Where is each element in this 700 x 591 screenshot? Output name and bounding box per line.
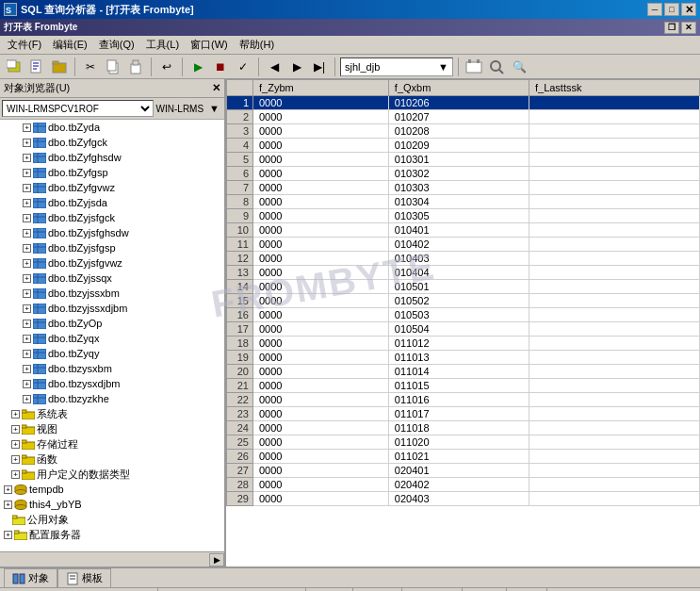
tree-item[interactable]: + dbo.tbzyzkhe <box>0 391 224 406</box>
menu-help[interactable]: 帮助(H) <box>234 36 280 54</box>
toolbar-copy-btn[interactable] <box>103 57 123 77</box>
toolbar-back-btn[interactable] <box>4 57 24 77</box>
tree-container[interactable]: + dbo.tbZyda+ dbo.tbZyfgck+ dbo.tbZyfghs… <box>0 120 224 551</box>
menu-tools[interactable]: 工具(L) <box>140 36 185 54</box>
expand-icon[interactable]: + <box>11 425 20 434</box>
menu-window[interactable]: 窗口(W) <box>185 36 234 54</box>
menu-file[interactable]: 文件(F) <box>2 36 47 54</box>
toolbar-cut-btn[interactable]: ✂ <box>80 57 101 77</box>
tree-item[interactable]: + dbo.tbZyjsfgsp <box>0 240 224 255</box>
toolbar-undo-btn[interactable]: ↩ <box>156 57 177 77</box>
tree-item[interactable]: + dbo.tbzyjssxdjbm <box>0 301 224 316</box>
table-row[interactable]: 140000010501 <box>227 280 700 294</box>
tree-item[interactable]: 公用对象 <box>0 512 224 527</box>
tree-item[interactable]: + this4_ybYB <box>0 497 224 512</box>
table-row[interactable]: 240000011018 <box>227 421 700 435</box>
table-row[interactable]: 200000011014 <box>227 365 700 379</box>
expand-icon[interactable]: + <box>4 485 12 494</box>
tree-item[interactable]: + dbo.tbzysxdjbm <box>0 376 224 391</box>
toolbar-exec-btn[interactable]: ▶ <box>187 57 208 77</box>
tree-item[interactable]: + dbo.tbZyfgck <box>0 135 224 150</box>
expand-icon[interactable]: + <box>23 184 31 192</box>
tab-template[interactable]: 模板 <box>57 568 111 587</box>
table-row[interactable]: 260000011021 <box>227 450 700 464</box>
object-browser-close-btn[interactable]: ✕ <box>212 82 220 94</box>
expand-icon[interactable]: + <box>23 289 31 298</box>
tree-item[interactable]: + 函数 <box>0 451 224 467</box>
inner-close-button[interactable]: ✕ <box>681 22 696 34</box>
minimize-button[interactable]: ─ <box>647 3 662 16</box>
table-row[interactable]: 40000010209 <box>227 139 700 153</box>
expand-icon[interactable]: + <box>23 380 31 388</box>
expand-icon[interactable]: + <box>11 455 20 464</box>
expand-icon[interactable]: + <box>4 501 12 509</box>
table-row[interactable]: 150000010502 <box>227 294 700 308</box>
tree-hscroll[interactable]: ▶ <box>0 551 224 566</box>
table-row[interactable]: 20000010207 <box>227 110 700 124</box>
expand-icon[interactable]: + <box>23 214 31 222</box>
toolbar-zoom-btn[interactable]: 🔍 <box>509 57 529 77</box>
expand-icon[interactable]: + <box>11 440 20 449</box>
table-row[interactable]: 190000011013 <box>227 351 700 365</box>
expand-icon[interactable]: + <box>23 350 31 358</box>
table-row[interactable]: 120000010403 <box>227 252 700 266</box>
tree-item[interactable]: + dbo.tbZyda <box>0 120 224 135</box>
tree-item[interactable]: + dbo.tbZyqy <box>0 346 224 361</box>
tree-item[interactable]: + dbo.tbZyjsfgck <box>0 210 224 225</box>
expand-icon[interactable]: + <box>23 154 31 162</box>
table-row[interactable]: 250000011020 <box>227 435 700 450</box>
tree-item[interactable]: + dbo.tbzyjssxbm <box>0 286 224 301</box>
toolbar-settings-btn[interactable] <box>464 57 484 77</box>
tree-item[interactable]: + dbo.tbZyjssqx <box>0 271 224 286</box>
menu-edit[interactable]: 编辑(E) <box>47 36 93 54</box>
toolbar-open-btn[interactable] <box>49 57 70 77</box>
expand-icon[interactable]: + <box>11 470 20 479</box>
table-row[interactable]: 230000011017 <box>227 407 700 421</box>
table-row[interactable]: 210000011015 <box>227 379 700 393</box>
tree-item[interactable]: + 视图 <box>0 421 224 436</box>
tree-item[interactable]: + dbo.tbZyqx <box>0 331 224 346</box>
toolbar-parse-btn[interactable]: ✓ <box>233 57 253 77</box>
expand-icon[interactable]: + <box>23 139 31 147</box>
table-row[interactable]: 10000010206 <box>227 96 700 110</box>
expand-icon[interactable]: + <box>23 169 31 177</box>
table-row[interactable]: 280000020402 <box>227 478 700 492</box>
inner-restore-button[interactable]: ❐ <box>664 22 679 34</box>
toolbar-nav-next-btn[interactable]: ▶ <box>286 57 307 77</box>
tree-item[interactable]: + dbo.tbZyfgsp <box>0 165 224 180</box>
table-row[interactable]: 50000010301 <box>227 153 700 167</box>
tree-hscroll-right[interactable]: ▶ <box>209 553 224 566</box>
expand-icon[interactable]: + <box>23 123 31 132</box>
expand-icon[interactable]: + <box>11 410 20 419</box>
toolbar-stop-btn[interactable]: ⏹ <box>210 57 231 77</box>
tree-item[interactable]: + dbo.tbZyfghsdw <box>0 150 224 165</box>
server-dropdown-btn[interactable]: ▼ <box>206 103 222 114</box>
expand-icon[interactable]: + <box>4 531 12 539</box>
data-grid[interactable]: f_Zybm f_Qxbm f_Lasttssk 100000102062000… <box>226 79 700 566</box>
menu-query[interactable]: 查询(Q) <box>93 36 140 54</box>
database-dropdown[interactable]: sjhl_djb ▼ <box>340 57 453 76</box>
close-button[interactable]: ✕ <box>681 3 696 16</box>
toolbar-nav-prev-btn[interactable]: ◀ <box>264 57 285 77</box>
table-row[interactable]: 220000011016 <box>227 393 700 407</box>
tree-item[interactable]: + dbo.tbZyfgvwz <box>0 180 224 195</box>
toolbar-paste-btn[interactable] <box>125 57 146 77</box>
table-row[interactable]: 160000010503 <box>227 308 700 322</box>
tree-item[interactable]: + 系统表 <box>0 406 224 421</box>
table-row[interactable]: 180000011012 <box>227 337 700 351</box>
tree-item[interactable]: + dbo.tbZyOp <box>0 316 224 331</box>
maximize-button[interactable]: □ <box>664 3 679 16</box>
expand-icon[interactable]: + <box>23 304 31 313</box>
expand-icon[interactable]: + <box>23 229 31 238</box>
tree-item[interactable]: + 存储过程 <box>0 436 224 451</box>
table-row[interactable]: 290000020403 <box>227 492 700 506</box>
tree-item[interactable]: + 用户定义的数据类型 <box>0 467 224 482</box>
expand-icon[interactable]: + <box>23 199 31 207</box>
expand-icon[interactable]: + <box>23 274 31 283</box>
expand-icon[interactable]: + <box>23 395 31 403</box>
table-row[interactable]: 70000010303 <box>227 181 700 195</box>
tree-item[interactable]: + dbo.tbzysxbm <box>0 361 224 376</box>
table-row[interactable]: 110000010402 <box>227 238 700 252</box>
server-select[interactable]: WIN-LRMSPCV1ROF <box>2 100 154 117</box>
tree-item[interactable]: + dbo.tbZyjsfgvwz <box>0 255 224 271</box>
